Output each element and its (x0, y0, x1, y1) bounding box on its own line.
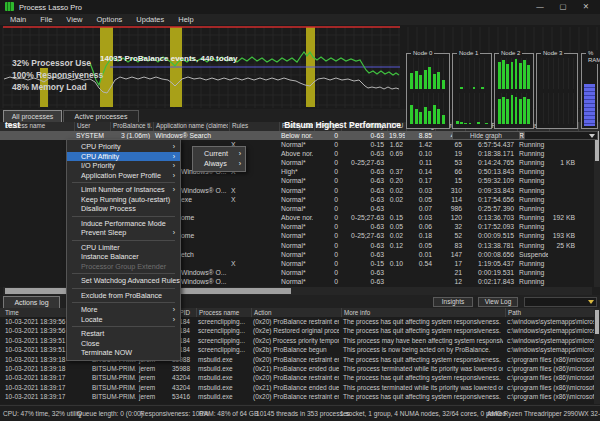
cell-priority-class: Normal* (279, 176, 313, 185)
performance-graph[interactable]: 32% Processor Use 100% Responsiveness 48… (0, 25, 600, 109)
menu-item-instance-balancer[interactable]: Instance Balancer (67, 252, 180, 262)
submenu-arrow-icon: › (173, 171, 175, 181)
menu-item-cpu-priority[interactable]: CPU Priority› (67, 142, 180, 152)
menu-item-limit-number-of-instances[interactable]: Limit Number of Instances› (67, 185, 180, 195)
menu-item-cpu-limiter[interactable]: CPU Limiter (67, 243, 180, 253)
cell-threa-: 986 (435, 204, 464, 213)
menu-main[interactable]: Main (3, 15, 33, 24)
log-cell: c:\windows\systemapps\microsof (505, 336, 597, 345)
ram-panel: % RAM (581, 53, 598, 129)
tab-actions-log[interactable]: Actions log (3, 296, 60, 308)
cell-threa-: 65 (435, 140, 464, 149)
submenu-item-current[interactable]: Current› (193, 149, 245, 159)
menu-help[interactable]: Help (171, 15, 200, 24)
cpu-core-bars (497, 93, 531, 124)
log-column-header[interactable]: Process name (196, 308, 249, 317)
cell-cpu-avg: 8.85 (406, 131, 434, 140)
menu-item-cpu-affinity[interactable]: CPU Affinity› (67, 152, 180, 162)
column-header[interactable]: User (74, 122, 110, 131)
responsiveness-label: 100% Responsiveness (12, 70, 103, 80)
log-cell: c:\program files (x86)\microsoft v (505, 383, 597, 392)
log-column-header[interactable]: More info (341, 308, 503, 317)
cell-status: Suspended (517, 250, 548, 259)
process-table-scrollbar[interactable] (594, 122, 600, 287)
cpu-core-bars (539, 93, 575, 124)
minimize-icon: — (536, 2, 544, 11)
cell-cpu-avg: 1.42 (406, 140, 434, 149)
menu-item-set-watchdog-advanced-rules-[interactable]: Set Watchdog Advanced Rules... (67, 276, 180, 286)
core-usage-bar (481, 87, 484, 89)
menu-item-more[interactable]: More› (67, 305, 180, 315)
menu-item-disallow-process[interactable]: Disallow Process (67, 204, 180, 214)
column-header[interactable]: Application name (claimed) (153, 122, 228, 131)
menu-item-keep-running-auto-restart-[interactable]: Keep Running (auto-restart) (67, 195, 180, 205)
menu-file[interactable]: File (33, 15, 59, 24)
process-context-menu: CPU Priority›CPU Affinity›I/O Priority›A… (66, 139, 181, 361)
menu-item-prevent-sleep[interactable]: Prevent Sleep› (67, 228, 180, 238)
menu-item-i-o-priority[interactable]: I/O Priority› (67, 161, 180, 171)
menu-item-locate[interactable]: Locate› (67, 315, 180, 325)
cell-status: Running (517, 186, 548, 195)
cell-cpu-gro-: 0 (314, 204, 340, 213)
cell-cpu-time: 1:19:05.437 (465, 259, 516, 268)
log-row[interactable]: 10-03-2021 18:39:17BITSUM-PRIM...jerem43… (0, 383, 594, 392)
ram-panel-label: % RAM (586, 50, 600, 64)
cell-cpu-affinity: 0-63 (341, 176, 386, 185)
chevron-down-icon (589, 134, 595, 138)
core-usage-bar (428, 111, 431, 124)
cell-cpu-time: 0:17:52.093 (465, 222, 516, 231)
status-item: AMD Ryzen Threadripper 2990WX 32-Core (487, 410, 600, 417)
core-usage-bar (437, 72, 440, 89)
log-row[interactable]: 10-03-2021 18:39:17BITSUM-PRIM...jerem43… (0, 373, 594, 382)
minimize-button[interactable]: — (531, 0, 549, 13)
close-button[interactable]: ✕ (577, 0, 595, 13)
scrollbar-thumb[interactable] (595, 310, 599, 334)
memory-load-label: 48% Memory Load (12, 82, 87, 92)
process-lasso-window: Process Lasso Pro —▢✕ MainFileViewOption… (0, 0, 600, 421)
status-item: 1 socket, 1 group, 4 NUMA nodes, 32/64 c… (340, 410, 506, 417)
maximize-button[interactable]: ▢ (554, 0, 572, 13)
log-cell: c:\program files (x86)\microsoft v (505, 392, 597, 401)
menu-separator (72, 216, 175, 217)
cell-cpu-time: 0:13:38.781 (465, 241, 516, 250)
cell-cpu-gro-: 0 (314, 231, 340, 240)
menu-options[interactable]: Options (89, 15, 129, 24)
cell-cpu-affinity: 0-25;27-63 (341, 213, 386, 222)
menu-item-close[interactable]: Close (67, 339, 180, 349)
cell-threa-: 32 (435, 222, 464, 231)
tab-active-processes[interactable]: Active processes (63, 110, 139, 122)
log-column-header[interactable]: Action (251, 308, 339, 317)
view-log-button[interactable]: View Log (478, 297, 518, 307)
log-cell: (0x2c) Process priority temporari... (251, 336, 339, 345)
submenu-item-always[interactable]: Always› (193, 159, 245, 169)
cell-threa-: 53 (435, 158, 464, 167)
core-usage-bar (511, 95, 514, 124)
cpu-core-bars (455, 58, 489, 89)
log-filter-input[interactable] (524, 297, 597, 307)
menu-item-terminate-now[interactable]: Terminate NOW (67, 348, 180, 358)
cell-cpu-gro-: 0 (314, 277, 340, 286)
power-profile-caption: Bitsum Highest Performance (253, 120, 401, 130)
menu-item-induce-performance-mode[interactable]: Induce Performance Mode (67, 219, 180, 229)
log-row[interactable]: 10-03-2021 18:39:18BITSUM-PRIM...jerem35… (0, 364, 594, 373)
menu-item-exclude-from-probalance[interactable]: Exclude from ProBalance (67, 291, 180, 301)
cell-threa-: 66 (435, 167, 464, 176)
menu-item-application-power-profile[interactable]: Application Power Profile› (67, 171, 180, 181)
insights-button[interactable]: Insights (433, 297, 473, 307)
cell-status: Running (517, 222, 548, 231)
status-bar: CPU: 47% time, 32% utilityQueue length: … (0, 405, 600, 421)
column-header[interactable]: ProBalance ti.. (110, 122, 152, 131)
log-cell: The process has quit affecting system re… (341, 317, 503, 326)
actions-log-scrollbar[interactable] (594, 308, 600, 404)
log-column-header[interactable]: Path (505, 308, 597, 317)
log-cell: 10-03-2021 18:39:18 (3, 364, 89, 373)
menu-view[interactable]: View (59, 15, 89, 24)
log-row[interactable]: 10-03-2021 18:39:17BITSUM-PRIM...jerem53… (0, 392, 594, 401)
hide-graph-button[interactable]: Hide graph (452, 131, 520, 140)
cell-status: Running (517, 259, 548, 268)
log-cell: c:\windows\systemapps\microsof (505, 317, 597, 326)
graph-preset-dropdown[interactable] (524, 131, 598, 140)
menu-updates[interactable]: Updates (129, 15, 171, 24)
cell-priority-class: Normal* (279, 250, 313, 259)
menu-item-restart[interactable]: Restart (67, 329, 180, 339)
